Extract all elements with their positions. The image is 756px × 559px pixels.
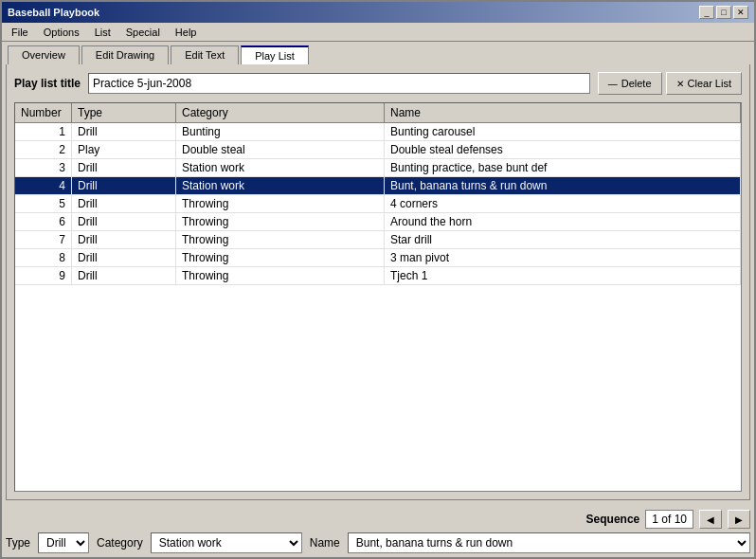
menu-file[interactable]: File [6,26,34,39]
table-row[interactable]: 7DrillThrowingStar drill [15,231,741,249]
play-list-title-input[interactable] [88,73,590,94]
cell-category: Throwing [176,249,385,266]
cell-name: Double steal defenses [385,141,741,158]
cell-category: Throwing [176,267,385,284]
window-controls: _ □ ✕ [699,6,748,19]
button-group: Delete Clear List [598,72,742,95]
maximize-button[interactable]: □ [716,6,731,19]
table-row[interactable]: 6DrillThrowingAround the horn [15,213,741,231]
cell-type: Drill [72,177,176,194]
cell-number: 8 [15,249,72,266]
table-row[interactable]: 8DrillThrowing3 man pivot [15,249,741,267]
close-button[interactable]: ✕ [733,6,748,19]
menu-options[interactable]: Options [38,26,85,39]
menu-help[interactable]: Help [170,26,203,39]
cell-number: 6 [15,213,72,230]
cell-number: 7 [15,231,72,248]
cell-type: Drill [72,195,176,212]
category-select[interactable]: Bunting Double steal Station work Throwi… [151,532,302,553]
next-button[interactable]: ▶ [728,510,750,529]
tab-overview[interactable]: Overview [8,45,80,64]
cell-name: Bunting practice, base bunt def [385,159,741,176]
cell-category: Throwing [176,231,385,248]
title-bar: Baseball Playbook _ □ ✕ [2,2,754,23]
cell-name: Bunting carousel [385,123,741,140]
table-header: Number Type Category Name [15,103,741,123]
play-list-title-label: Play list title [14,77,81,90]
table-row[interactable]: 1DrillBuntingBunting carousel [15,123,741,141]
cell-type: Drill [72,213,176,230]
cell-type: Drill [72,231,176,248]
col-category: Category [176,103,385,122]
cell-type: Drill [72,267,176,284]
col-type: Type [72,103,176,122]
name-label: Name [310,536,340,550]
play-list-table: Number Type Category Name 1DrillBuntingB… [14,102,742,492]
content-area: Play list title Delete Clear List Number… [6,64,750,500]
name-select[interactable]: Bunt, banana turns & run down [348,532,750,553]
menu-special[interactable]: Special [120,26,166,39]
type-label: Type [6,536,30,550]
cell-name: Star drill [385,231,741,248]
category-label: Category [97,536,143,550]
table-row[interactable]: 2PlayDouble stealDouble steal defenses [15,141,741,159]
cell-number: 9 [15,267,72,284]
cell-number: 4 [15,177,72,194]
menu-list[interactable]: List [89,26,117,39]
table-row[interactable]: 3DrillStation workBunting practice, base… [15,159,741,177]
cell-name: Tjech 1 [385,267,741,284]
minus-icon [608,78,618,89]
cell-category: Station work [176,159,385,176]
col-name: Name [385,103,741,122]
main-window: Baseball Playbook _ □ ✕ File Options Lis… [0,0,756,559]
clear-list-button[interactable]: Clear List [666,72,742,95]
cell-number: 1 [15,123,72,140]
cell-type: Drill [72,249,176,266]
table-row[interactable]: 9DrillThrowingTjech 1 [15,267,741,285]
cell-type: Play [72,141,176,158]
tabs-bar: Overview Edit Drawing Edit Text Play Lis… [2,42,754,64]
cell-category: Double steal [176,141,385,158]
cell-name: Bunt, banana turns & run down [385,177,741,194]
col-number: Number [15,103,72,122]
cell-name: 3 man pivot [385,249,741,266]
tab-play-list[interactable]: Play List [241,45,309,64]
fields-row: Type Drill Play Category Bunting Double … [2,529,754,557]
cell-number: 2 [15,141,72,158]
cell-type: Drill [72,159,176,176]
sequence-current: 1 of 10 [645,510,693,529]
cell-category: Throwing [176,213,385,230]
bottom-sequence-bar: Sequence 1 of 10 ◀ ▶ [2,504,754,529]
play-list-title-row: Play list title Delete Clear List [14,72,742,95]
table-row[interactable]: 4DrillStation workBunt, banana turns & r… [15,177,741,195]
prev-button[interactable]: ◀ [699,510,722,529]
sequence-group: Sequence 1 of 10 ◀ ▶ [586,510,750,529]
minimize-button[interactable]: _ [699,6,714,19]
table-row[interactable]: 5DrillThrowing4 corners [15,195,741,213]
cell-category: Station work [176,177,385,194]
cell-number: 5 [15,195,72,212]
clear-icon [676,78,684,89]
tab-edit-drawing[interactable]: Edit Drawing [81,45,169,64]
cell-category: Throwing [176,195,385,212]
type-select[interactable]: Drill Play [38,532,89,553]
delete-button[interactable]: Delete [598,72,662,95]
cell-number: 3 [15,159,72,176]
menu-bar: File Options List Special Help [2,23,754,42]
cell-type: Drill [72,123,176,140]
cell-name: 4 corners [385,195,741,212]
cell-category: Bunting [176,123,385,140]
table-body: 1DrillBuntingBunting carousel2PlayDouble… [15,123,741,491]
window-title: Baseball Playbook [8,7,99,18]
cell-name: Around the horn [385,213,741,230]
tab-edit-text[interactable]: Edit Text [171,45,239,64]
sequence-label: Sequence [586,513,640,526]
